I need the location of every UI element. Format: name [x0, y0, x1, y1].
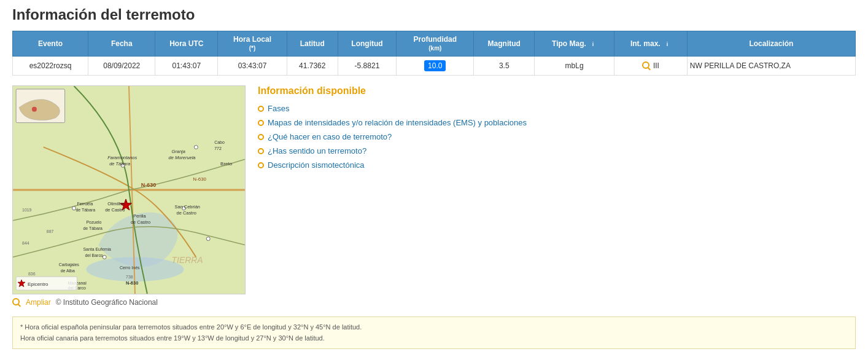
- cell-hora-local: 03:43:07: [218, 57, 287, 76]
- th-hora-utc: Hora UTC: [155, 31, 218, 57]
- info-list-item: Fases: [258, 104, 856, 113]
- int-max-info-icon[interactable]: i: [664, 41, 671, 48]
- info-list-item: Descripción sismotectónica: [258, 160, 856, 170]
- bullet-icon: [258, 162, 264, 168]
- svg-text:de Moreruela: de Moreruela: [169, 155, 196, 160]
- th-longitud: Longitud: [338, 31, 397, 57]
- svg-text:de Tábara: de Tábara: [76, 208, 96, 212]
- footnote: * Hora oficial española peninsular para …: [12, 317, 856, 349]
- cell-fecha: 08/09/2022: [88, 57, 155, 76]
- svg-text:de Tábara: de Tábara: [109, 161, 130, 167]
- svg-text:738: 738: [126, 275, 133, 279]
- svg-text:Breto: Breto: [220, 161, 233, 167]
- map-container: N-630 N-630 Faramontanos de Tábara Granj…: [12, 85, 246, 307]
- svg-text:Olimillos: Olimillos: [107, 201, 125, 206]
- bullet-icon: [258, 148, 264, 154]
- svg-text:N-630: N-630: [141, 182, 156, 188]
- info-link[interactable]: ¿Qué hacer en caso de terremoto?: [268, 132, 392, 141]
- bullet-icon: [258, 106, 264, 112]
- svg-text:Granja: Granja: [172, 149, 185, 154]
- footnote-line2: Hora oficial canaria para terremotos sit…: [20, 333, 848, 344]
- main-content: N-630 N-630 Faramontanos de Tábara Granj…: [12, 85, 856, 307]
- th-evento: Evento: [13, 31, 88, 57]
- info-link[interactable]: Mapas de intensidades y/o relación de in…: [268, 118, 527, 127]
- cell-latitud: 41.7362: [287, 57, 338, 76]
- svg-text:Cerro Inés: Cerro Inés: [120, 266, 140, 270]
- svg-point-5: [194, 145, 198, 149]
- cell-profundidad: 10.0: [397, 57, 474, 76]
- cell-magnitud: 3.5: [474, 57, 535, 76]
- tipo-mag-info-icon[interactable]: i: [589, 41, 597, 48]
- svg-text:Cabo: Cabo: [214, 140, 225, 144]
- svg-text:844: 844: [22, 241, 29, 245]
- map-image: N-630 N-630 Faramontanos de Tábara Granj…: [12, 85, 246, 294]
- svg-text:de Alba: de Alba: [61, 269, 75, 273]
- info-panel-title: Información disponible: [258, 85, 856, 96]
- svg-text:N-630: N-630: [126, 280, 138, 286]
- info-link[interactable]: ¿Has sentido un terremoto?: [268, 146, 366, 155]
- int-max-search-icon: [642, 61, 651, 70]
- ign-copyright: © Instituto Geográfico Nacional: [56, 298, 158, 307]
- th-tipo-mag: Tipo Mag. i: [535, 31, 614, 57]
- th-hora-local: Hora Local(*): [218, 31, 287, 57]
- svg-text:887: 887: [47, 229, 54, 234]
- info-link[interactable]: Descripción sismotectónica: [268, 160, 365, 170]
- svg-text:Ferruela: Ferruela: [77, 202, 93, 206]
- bullet-icon: [258, 134, 264, 140]
- svg-text:de Castro: de Castro: [105, 207, 125, 213]
- th-int-max: Int. max. i: [614, 31, 688, 57]
- cell-evento: es2022rozsq: [13, 57, 88, 76]
- svg-text:1019: 1019: [22, 208, 32, 212]
- svg-point-9: [206, 237, 210, 241]
- th-magnitud: Magnitud: [474, 31, 535, 57]
- svg-text:Faramontanos: Faramontanos: [107, 155, 137, 160]
- svg-text:TIERRA: TIERRA: [172, 255, 203, 265]
- ampliar-link[interactable]: Ampliar: [26, 298, 51, 307]
- cell-longitud: -5.8821: [338, 57, 397, 76]
- svg-text:Perilla: Perilla: [133, 213, 147, 219]
- footnote-line1: * Hora oficial española peninsular para …: [20, 322, 848, 333]
- info-panel: Información disponible Fases Mapas de in…: [258, 85, 856, 175]
- cell-tipo-mag: mbLg: [535, 57, 614, 76]
- svg-text:836: 836: [28, 272, 36, 276]
- svg-text:Carbajales: Carbajales: [59, 262, 80, 267]
- svg-point-8: [103, 255, 106, 259]
- th-localizacion: Localización: [687, 31, 855, 57]
- table-row: es2022rozsq 08/09/2022 01:43:07 03:43:07…: [13, 57, 856, 76]
- th-fecha: Fecha: [88, 31, 155, 57]
- svg-text:Epicentro: Epicentro: [28, 281, 48, 287]
- svg-text:Moreruela de: Moreruela de: [114, 293, 139, 294]
- cell-int-max: III: [614, 57, 688, 76]
- svg-text:del Barco: del Barco: [85, 253, 103, 258]
- info-link[interactable]: Fases: [268, 104, 289, 113]
- cell-hora-utc: 01:43:07: [155, 57, 218, 76]
- map-footer: Ampliar © Instituto Geográfico Nacional: [12, 298, 246, 307]
- svg-text:Santa Eufemia: Santa Eufemia: [83, 247, 111, 251]
- svg-text:772: 772: [214, 146, 222, 151]
- page-title: Información del terremoto: [12, 6, 856, 23]
- svg-text:San Cebrián: San Cebrián: [175, 204, 200, 210]
- svg-text:de Castro: de Castro: [177, 210, 196, 216]
- ampliar-search-icon: [12, 298, 21, 307]
- cell-localizacion: NW PERILLA DE CASTRO,ZA: [687, 57, 855, 76]
- info-list-item: ¿Qué hacer en caso de terremoto?: [258, 132, 856, 141]
- svg-point-11: [32, 107, 37, 112]
- svg-text:Pozuelo: Pozuelo: [86, 220, 101, 224]
- th-latitud: Latitud: [287, 31, 338, 57]
- th-profundidad: Profundidad(km): [397, 31, 474, 57]
- info-list-item: ¿Has sentido un terremoto?: [258, 146, 856, 155]
- info-list-item: Mapas de intensidades y/o relación de in…: [258, 118, 856, 127]
- earthquake-table: Evento Fecha Hora UTC Hora Local(*) Lati…: [12, 31, 856, 76]
- svg-text:de Tábara: de Tábara: [83, 226, 103, 230]
- info-list: Fases Mapas de intensidades y/o relación…: [258, 104, 856, 170]
- svg-text:de Castro: de Castro: [131, 219, 150, 225]
- bullet-icon: [258, 120, 264, 126]
- svg-text:N-630: N-630: [193, 176, 206, 182]
